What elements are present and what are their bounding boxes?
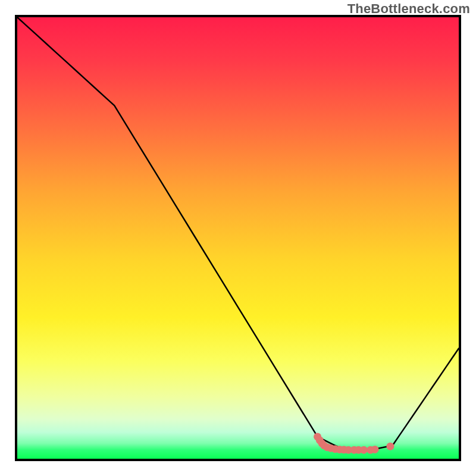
svg-point-12 [360,446,368,454]
plot-area [15,15,461,461]
chart-container: TheBottleneck.com [0,0,476,476]
curve-line [17,17,459,450]
marker-dots [314,433,394,453]
svg-point-14 [371,446,379,453]
watermark-text: TheBottleneck.com [347,1,470,17]
svg-point-15 [386,443,394,450]
chart-svg [17,17,459,459]
